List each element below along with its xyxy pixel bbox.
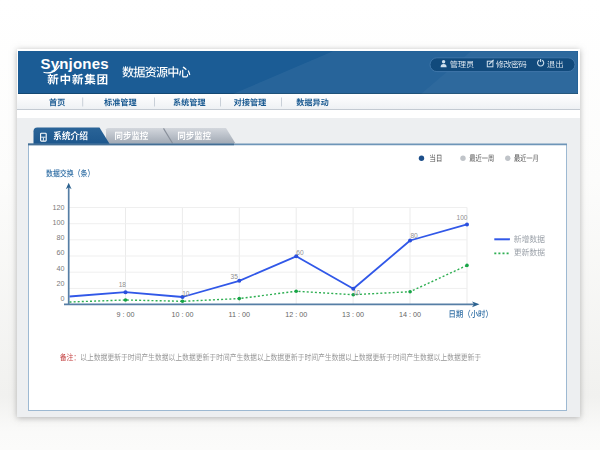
svg-text:10: 10 bbox=[182, 290, 190, 297]
svg-text:80: 80 bbox=[57, 233, 65, 242]
svg-text:11 : 00: 11 : 00 bbox=[229, 310, 250, 319]
svg-text:0: 0 bbox=[61, 294, 65, 303]
svg-text:9 : 00: 9 : 00 bbox=[117, 310, 135, 319]
svg-text:100: 100 bbox=[456, 214, 467, 221]
svg-text:Synjones: Synjones bbox=[41, 55, 109, 72]
svg-text:120: 120 bbox=[53, 203, 65, 212]
svg-text:60: 60 bbox=[296, 249, 304, 256]
svg-text:10: 10 bbox=[353, 289, 361, 296]
svg-text:14 : 00: 14 : 00 bbox=[399, 310, 421, 319]
svg-text:18: 18 bbox=[119, 281, 127, 288]
svg-text:20: 20 bbox=[57, 279, 65, 288]
svg-text:60: 60 bbox=[57, 248, 65, 257]
svg-text:10 : 00: 10 : 00 bbox=[171, 310, 193, 319]
svg-text:35: 35 bbox=[231, 273, 239, 280]
svg-text:100: 100 bbox=[53, 218, 65, 227]
svg-text:80: 80 bbox=[410, 232, 418, 239]
svg-text:40: 40 bbox=[57, 264, 65, 273]
svg-text:13 : 00: 13 : 00 bbox=[342, 310, 364, 319]
svg-text:12 : 00: 12 : 00 bbox=[285, 310, 307, 319]
